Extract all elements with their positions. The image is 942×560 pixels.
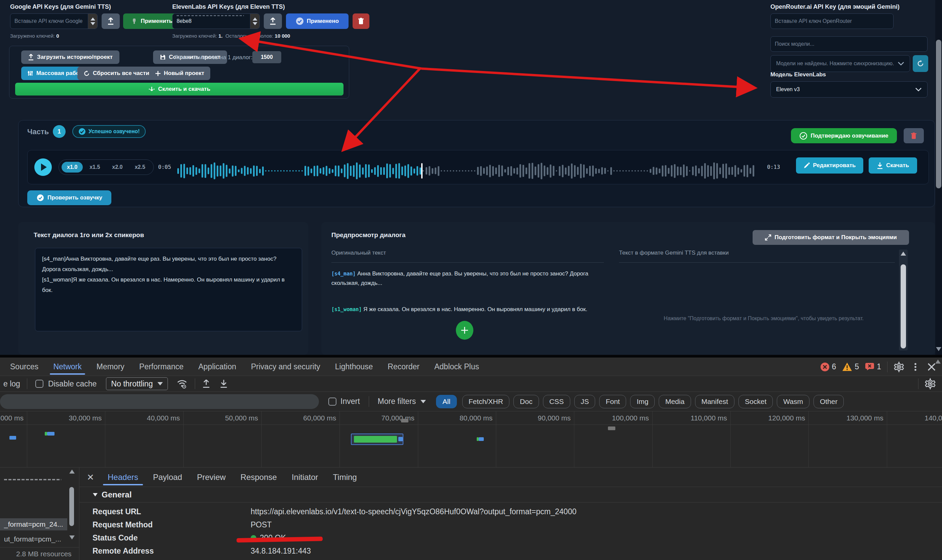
google-apply-button[interactable]: Применить <box>123 14 180 29</box>
throttling-select[interactable]: No throttling <box>106 377 168 390</box>
sidebar-scrollbar-thumb[interactable] <box>69 487 74 526</box>
timeline-request-bar[interactable] <box>608 426 615 430</box>
dialog-textarea[interactable]: [s4_man]Анна Викторовна, давайте еще раз… <box>35 248 302 331</box>
request-item-cancelled[interactable] <box>4 479 61 480</box>
tab-performance[interactable]: Performance <box>139 357 184 376</box>
tab-application[interactable]: Application <box>198 357 236 376</box>
speed-x1[interactable]: x1.0 <box>62 162 83 172</box>
network-overview-timeline[interactable]: 20,000 ms30,000 ms40,000 ms50,000 ms60,0… <box>0 411 942 468</box>
gemini-scrollbar-thumb[interactable] <box>900 265 906 348</box>
issues-badge[interactable]: 1 <box>865 362 881 371</box>
edit-button[interactable]: Редактировать <box>796 157 863 174</box>
network-settings-gear-icon[interactable] <box>925 378 936 389</box>
settings-gear-icon[interactable] <box>894 362 904 372</box>
detail-tab-headers[interactable]: Headers <box>108 468 138 487</box>
tab-recorder[interactable]: Recorder <box>388 357 420 376</box>
google-keys-input[interactable] <box>11 14 88 29</box>
devtools-scroll-up-icon[interactable] <box>935 360 940 363</box>
eleven-delete-button[interactable] <box>352 14 369 29</box>
play-button[interactable] <box>34 158 52 176</box>
filter-pill-fetch-xhr[interactable]: Fetch/XHR <box>462 395 510 408</box>
google-keys-stepper[interactable] <box>88 14 97 29</box>
limit-value[interactable]: 1500 <box>252 51 281 63</box>
playback-cursor[interactable] <box>421 163 423 178</box>
timeline-request-bar[interactable] <box>398 437 403 441</box>
request-item-selected[interactable]: _format=pcm_24... <box>0 518 67 531</box>
eleven-model-select[interactable]: Eleven v3 <box>770 82 928 97</box>
detail-tab-response[interactable]: Response <box>240 468 277 487</box>
tab-memory[interactable]: Memory <box>97 357 125 376</box>
detail-tab-initiator[interactable]: Initiator <box>292 468 318 487</box>
filter-pill-css[interactable]: CSS <box>543 395 570 408</box>
eleven-upload-button[interactable] <box>264 14 282 29</box>
detail-tab-preview[interactable]: Preview <box>197 468 225 487</box>
speed-x2[interactable]: x2.0 <box>107 162 128 172</box>
preserve-log-label-clipped[interactable]: e log <box>3 379 20 388</box>
kebab-menu-icon[interactable] <box>910 362 920 372</box>
speed-x1-5[interactable]: x1.5 <box>84 162 105 172</box>
filter-pill-all[interactable]: All <box>436 395 457 408</box>
timeline-request-bar[interactable] <box>45 432 47 435</box>
filter-pill-socket[interactable]: Socket <box>739 395 773 408</box>
filter-pill-other[interactable]: Other <box>813 395 844 408</box>
reset-parts-button[interactable]: Сбросить все части <box>77 66 155 80</box>
check-voicing-button[interactable]: Проверить озвучку <box>27 190 111 205</box>
network-conditions-icon[interactable] <box>176 378 188 389</box>
detail-tab-payload[interactable]: Payload <box>153 468 182 487</box>
add-dialog-button[interactable] <box>456 321 473 340</box>
speed-x2-5[interactable]: x2.5 <box>129 162 150 172</box>
disable-cache-checkbox[interactable] <box>35 380 43 388</box>
page-scrollbar-thumb[interactable] <box>936 40 941 188</box>
tab-lighthouse[interactable]: Lighthouse <box>335 357 373 376</box>
sidebar-scroll-up-icon[interactable] <box>69 469 75 474</box>
model-select[interactable]: Модели не найдены. Нажмите синхронизацию… <box>770 55 910 72</box>
timeline-request-bar[interactable] <box>47 432 54 435</box>
filter-pill-font[interactable]: Font <box>599 395 626 408</box>
waveform[interactable] <box>177 159 757 183</box>
tab-network[interactable]: Network <box>53 357 82 376</box>
page-scrollbar[interactable] <box>935 0 942 355</box>
invert-checkbox[interactable] <box>328 398 336 406</box>
more-filters-label[interactable]: More filters <box>378 397 416 406</box>
gemini-scrollbar[interactable] <box>899 249 908 351</box>
filter-input[interactable] <box>0 394 319 409</box>
window-divider[interactable] <box>0 355 942 357</box>
timeline-request-bar[interactable] <box>479 437 484 441</box>
tab-sources[interactable]: Sources <box>10 357 38 376</box>
detail-tab-timing[interactable]: Timing <box>333 468 357 487</box>
confirm-voicing-button[interactable]: Подтверждаю озвучивание <box>791 128 897 143</box>
sync-models-button[interactable] <box>913 55 928 72</box>
tab-privacy[interactable]: Privacy and security <box>251 357 320 376</box>
timeline-request-bar[interactable] <box>9 436 16 440</box>
filter-pill-doc[interactable]: Doc <box>513 395 539 408</box>
filter-pill-wasm[interactable]: Wasm <box>777 395 810 408</box>
filter-pill-media[interactable]: Media <box>659 395 691 408</box>
merge-download-button[interactable]: Склеить и скачать <box>15 83 343 95</box>
model-search-input[interactable] <box>771 37 927 51</box>
timeline-request-bar[interactable] <box>401 419 408 422</box>
google-upload-button[interactable] <box>102 14 120 29</box>
export-har-icon[interactable] <box>219 379 228 388</box>
tab-adblock[interactable]: Adblock Plus <box>434 357 479 376</box>
import-har-icon[interactable] <box>202 379 211 388</box>
sidebar-scroll-down-icon[interactable] <box>69 535 75 540</box>
request-item[interactable]: ut_format=pcm_... <box>0 533 67 545</box>
filter-pill-img[interactable]: Img <box>630 395 655 408</box>
prepare-format-button[interactable]: Подготовить формат и Покрыть эмоциями <box>753 230 909 245</box>
download-button[interactable]: Скачать <box>869 157 917 174</box>
openrouter-key-input[interactable] <box>771 14 893 29</box>
filter-pill-js[interactable]: JS <box>574 395 596 408</box>
scroll-down-icon[interactable] <box>936 347 941 351</box>
error-badge[interactable]: 6 <box>820 362 836 372</box>
filter-pill-manifest[interactable]: Manifest <box>695 395 734 408</box>
timeline-tick-label: 20,000 ms <box>0 414 23 422</box>
eleven-keys-stepper[interactable] <box>250 14 259 29</box>
load-project-button[interactable]: Загрузить историю/проект <box>21 51 119 64</box>
warning-badge[interactable]: 5 <box>842 362 859 371</box>
delete-part-button[interactable] <box>904 128 924 143</box>
new-project-button[interactable]: Новый проект <box>149 66 210 80</box>
general-section-header[interactable]: General <box>79 487 942 503</box>
eleven-applied-button[interactable]: Применено <box>286 14 349 29</box>
scroll-up-icon[interactable] <box>900 252 906 255</box>
timeline-request-bar[interactable] <box>354 436 397 443</box>
